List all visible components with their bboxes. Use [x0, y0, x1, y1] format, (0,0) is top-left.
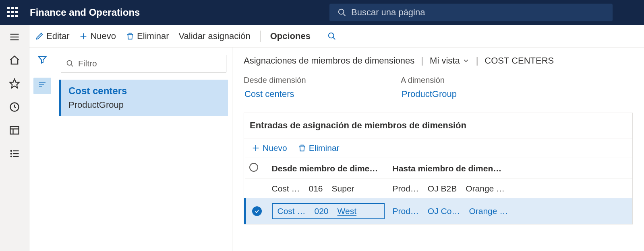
grid-delete-label: Eliminar — [309, 143, 340, 153]
from-b: 016 — [309, 184, 323, 193]
from-c[interactable]: West — [338, 206, 356, 216]
crumb-divider: | — [421, 56, 423, 66]
validate-label: Validar asignación — [179, 31, 251, 41]
app-launcher-icon[interactable] — [7, 7, 19, 18]
crumb-page: Asignaciones de miembros de dimensiones — [244, 56, 414, 66]
view-label: Mi vista — [430, 56, 460, 66]
from-cell-editor[interactable]: Cost … 020 West — [272, 203, 385, 219]
list-item-title: Cost centers — [68, 85, 221, 97]
breadcrumb: Asignaciones de miembros de dimensiones … — [244, 56, 633, 66]
search-icon — [327, 32, 336, 41]
list-pane: Filtro Cost centers ProductGroup — [55, 47, 232, 251]
svg-point-18 — [329, 33, 334, 38]
from-dimension-value[interactable]: Cost centers — [244, 87, 377, 102]
clock-icon[interactable] — [8, 101, 21, 113]
delete-label: Eliminar — [137, 31, 169, 41]
svg-point-12 — [11, 153, 12, 154]
list-filter-input[interactable]: Filtro — [61, 55, 226, 72]
list-nav-strip — [29, 47, 55, 251]
edit-label: Editar — [46, 31, 69, 41]
funnel-icon[interactable] — [37, 55, 47, 66]
to-b: OJ Co… — [428, 206, 460, 216]
from-dimension-label: Desde dimensión — [244, 76, 377, 85]
home-icon[interactable] — [8, 54, 21, 66]
svg-point-23 — [67, 61, 72, 66]
select-all-header[interactable] — [245, 158, 268, 179]
grid-new-label: Nuevo — [263, 143, 287, 153]
trash-icon — [298, 144, 306, 152]
plus-icon — [251, 144, 260, 152]
table-row[interactable]: Cost … 020 West Prod… OJ Co… — [245, 198, 633, 224]
grid-section-title: Entradas de asignación de miembros de di… — [244, 113, 633, 138]
col-from-header[interactable]: Desde miembro de dime… — [268, 158, 389, 179]
svg-point-0 — [339, 9, 344, 14]
check-icon — [252, 206, 262, 216]
workspace-icon[interactable] — [8, 124, 21, 136]
new-button[interactable]: Nuevo — [79, 31, 116, 41]
options-button[interactable]: Opciones — [270, 31, 311, 41]
new-label: Nuevo — [90, 31, 116, 41]
search-icon — [338, 8, 346, 17]
row-select[interactable] — [245, 179, 268, 199]
to-dimension-label: A dimensión — [401, 76, 534, 85]
table-row[interactable]: Cost … 016 Super Prod… OJ B2B — [245, 179, 633, 199]
filter-placeholder: Filtro — [78, 59, 97, 68]
grid-toolbar: Nuevo Eliminar — [244, 138, 632, 158]
modules-icon[interactable] — [8, 148, 21, 160]
crumb-divider: | — [476, 56, 478, 66]
to-c: Orange … — [469, 206, 508, 216]
grid-new-button[interactable]: Nuevo — [251, 143, 287, 153]
global-search[interactable]: Buscar una página — [329, 4, 613, 21]
mapping-grid: Desde miembro de dime… Hasta miembro de … — [244, 158, 632, 224]
view-selector[interactable]: Mi vista — [430, 56, 470, 66]
separator — [260, 31, 261, 42]
plus-icon — [79, 32, 88, 41]
hamburger-icon[interactable] — [8, 31, 21, 43]
edit-button[interactable]: Editar — [35, 31, 69, 41]
list-item-subtitle: ProductGroup — [68, 100, 221, 110]
svg-point-14 — [11, 156, 12, 157]
validate-button[interactable]: Validar asignación — [179, 31, 251, 41]
to-dimension-value[interactable]: ProductGroup — [401, 87, 534, 102]
star-icon[interactable] — [8, 78, 21, 90]
to-c: Orange … — [466, 184, 505, 193]
row-select[interactable] — [245, 198, 268, 224]
from-c: Super — [332, 184, 354, 193]
from-a: Cost … — [272, 184, 300, 193]
crumb-entity: COST CENTERS — [485, 56, 554, 66]
delete-button[interactable]: Eliminar — [126, 31, 169, 41]
col-to-header[interactable]: Hasta miembro de dimen… — [389, 158, 633, 179]
from-b: 020 — [315, 206, 329, 216]
options-label: Opciones — [270, 31, 311, 41]
svg-point-10 — [11, 150, 12, 151]
page-search-button[interactable] — [327, 32, 336, 41]
to-a: Prod… — [393, 206, 419, 216]
to-b: OJ B2B — [428, 184, 457, 193]
chevron-down-icon — [462, 57, 470, 64]
pencil-icon — [35, 32, 44, 41]
svg-rect-7 — [10, 127, 19, 134]
app-title: Finance and Operations — [30, 7, 140, 18]
detail-pane: Asignaciones de miembros de dimensiones … — [232, 47, 644, 251]
to-a: Prod… — [393, 184, 419, 193]
grid-delete-button[interactable]: Eliminar — [298, 143, 340, 153]
search-placeholder: Buscar una página — [351, 7, 425, 18]
search-icon — [66, 60, 74, 68]
svg-line-19 — [333, 37, 335, 39]
svg-marker-5 — [10, 79, 19, 88]
trash-icon — [126, 32, 135, 41]
svg-line-24 — [71, 65, 73, 67]
from-a: Cost … — [277, 206, 306, 216]
left-rail — [0, 25, 29, 251]
command-bar: Editar Nuevo Eliminar Validar asignación… — [29, 25, 644, 47]
svg-line-1 — [343, 14, 346, 16]
list-item[interactable]: Cost centers ProductGroup — [59, 80, 228, 116]
list-view-icon[interactable] — [33, 78, 51, 94]
